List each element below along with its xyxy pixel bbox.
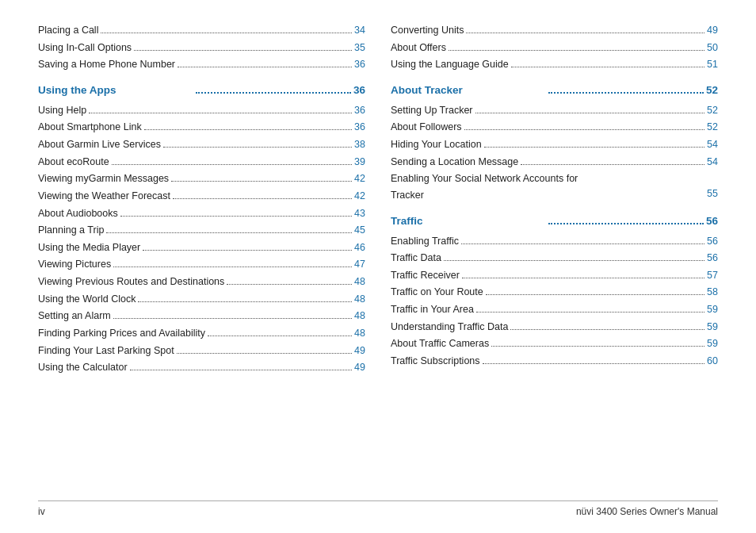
- entry-label: Saving a Home Phone Number: [38, 56, 175, 73]
- entry-label: Enabling Your Social Network Accounts fo…: [391, 173, 578, 184]
- toc-entry: Finding Parking Prices and Availability4…: [38, 325, 365, 342]
- entry-label: About Offers: [391, 40, 446, 56]
- footer-title: nüvi 3400 Series Owner's Manual: [576, 506, 718, 517]
- toc-entry: Sending a Location Message54: [391, 154, 718, 171]
- page-number: 46: [354, 240, 365, 256]
- toc-entry: Traffic Data56: [391, 250, 718, 266]
- page-number: 34: [354, 22, 365, 39]
- toc-entry: Setting an Alarm48: [38, 308, 365, 324]
- page-number: 59: [707, 319, 718, 336]
- toc-entry: Traffic Subscriptions60: [391, 353, 718, 370]
- right-column: Converting Units49About Offers50Using th…: [391, 22, 718, 494]
- toc-entry: About Garmin Live Services38: [38, 136, 365, 153]
- entry-label: Viewing myGarmin Messages: [38, 171, 169, 187]
- entry-label: Planning a Trip: [38, 222, 104, 239]
- entry-label: Using Help: [38, 102, 86, 119]
- toc-entry: About Offers50: [391, 40, 718, 56]
- toc-entry: Enabling Traffic56: [391, 233, 718, 250]
- page-number: 57: [707, 267, 718, 284]
- page-number: 52: [706, 82, 718, 100]
- entry-label: Finding Parking Prices and Availability: [38, 325, 205, 342]
- section-title: About Tracker: [391, 82, 546, 100]
- toc-entry: Finding Your Last Parking Spot49: [38, 343, 365, 359]
- entry-label: Traffic Receiver: [391, 267, 460, 284]
- entry-label: Viewing the Weather Forecast: [38, 188, 170, 205]
- section-title: Using the Apps: [38, 82, 193, 100]
- toc-entry: About Smartphone Link36: [38, 119, 365, 136]
- entry-label: About Audiobooks: [38, 205, 118, 222]
- entry-label: About Garmin Live Services: [38, 136, 161, 153]
- toc-entry: Viewing Pictures47: [38, 256, 365, 273]
- page: Placing a Call34Using In-Call Options35S…: [0, 0, 756, 533]
- entry-label: Traffic on Your Route: [391, 284, 483, 301]
- page-number: 48: [354, 274, 365, 290]
- toc-entry-multiline: Enabling Your Social Network Accounts fo…: [391, 171, 718, 203]
- entry-label: About Smartphone Link: [38, 119, 142, 136]
- toc-entry: Setting Up Tracker52: [391, 102, 718, 119]
- entry-label: Setting Up Tracker: [391, 102, 473, 119]
- page-number: 54: [707, 136, 718, 153]
- entry-label: Sending a Location Message: [391, 154, 518, 171]
- entry-label: About ecoRoute: [38, 154, 109, 171]
- toc-entry: About Traffic Cameras59: [391, 336, 718, 352]
- toc-entry: About Followers52: [391, 119, 718, 136]
- toc-entry: Using Help36: [38, 102, 365, 119]
- page-number: 35: [354, 40, 365, 56]
- page-number: 36: [354, 56, 365, 73]
- page-number: 42: [354, 171, 365, 187]
- entry-label: Traffic Subscriptions: [391, 353, 480, 370]
- page-number: 48: [354, 291, 365, 308]
- page-number: 56: [706, 213, 718, 231]
- entry-label: About Traffic Cameras: [391, 336, 489, 352]
- toc-entry: Using the World Clock48: [38, 291, 365, 308]
- toc-entry: Using In-Call Options35: [38, 40, 365, 56]
- footer: iv nüvi 3400 Series Owner's Manual: [38, 500, 718, 517]
- entry-label: Understanding Traffic Data: [391, 319, 508, 336]
- section-header: About Tracker52: [391, 82, 718, 100]
- toc-entry: About Audiobooks43: [38, 205, 365, 222]
- toc-entry: Converting Units49: [391, 22, 718, 39]
- page-number: 49: [354, 343, 365, 359]
- entry-label: Viewing Previous Routes and Destinations: [38, 274, 224, 290]
- toc-entry: Using the Calculator49: [38, 359, 365, 376]
- page-number: 43: [354, 205, 365, 222]
- entry-label-cont: Tracker: [391, 190, 424, 201]
- page-number: 49: [707, 22, 718, 39]
- page-number: 60: [707, 353, 718, 370]
- page-number: 47: [354, 256, 365, 273]
- toc-entry: Viewing the Weather Forecast42: [38, 188, 365, 205]
- toc-entry: Planning a Trip45: [38, 222, 365, 239]
- toc-entry: Understanding Traffic Data59: [391, 319, 718, 336]
- page-number: 48: [354, 308, 365, 324]
- page-number: 39: [354, 154, 365, 171]
- toc-entry: Traffic Receiver57: [391, 267, 718, 284]
- toc-entry: Hiding Your Location54: [391, 136, 718, 153]
- entry-label: Finding Your Last Parking Spot: [38, 343, 174, 359]
- entry-label: Using the Language Guide: [391, 56, 509, 73]
- page-number: 48: [354, 325, 365, 342]
- entry-label: Traffic Data: [391, 250, 441, 266]
- entry-label: About Followers: [391, 119, 462, 136]
- page-number: 59: [707, 301, 718, 318]
- entry-label: Using the Media Player: [38, 240, 140, 256]
- left-column: Placing a Call34Using In-Call Options35S…: [38, 22, 365, 494]
- entry-label: Traffic in Your Area: [391, 301, 474, 318]
- section-title: Traffic: [391, 213, 546, 231]
- entry-label: Using the Calculator: [38, 359, 128, 376]
- toc-entry: Using the Media Player46: [38, 240, 365, 256]
- page-number: 36: [354, 119, 365, 136]
- page-number: 51: [707, 56, 718, 73]
- section-header: Traffic56: [391, 213, 718, 231]
- page-number: 36: [353, 82, 365, 100]
- footer-page-num: iv: [38, 506, 45, 517]
- entry-label: Hiding Your Location: [391, 136, 482, 153]
- toc-entry: Saving a Home Phone Number36: [38, 56, 365, 73]
- page-number: 58: [707, 284, 718, 301]
- toc-entry: Traffic on Your Route58: [391, 284, 718, 301]
- page-number: 38: [354, 136, 365, 153]
- page-number: 36: [354, 102, 365, 119]
- page-number: 56: [707, 233, 718, 250]
- entry-label: Enabling Traffic: [391, 233, 459, 250]
- entry-label: Using In-Call Options: [38, 40, 132, 56]
- page-number: 59: [707, 336, 718, 352]
